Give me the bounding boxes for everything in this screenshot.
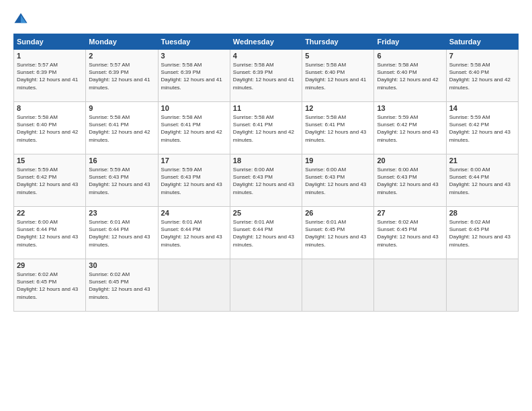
day-info: Sunrise: 6:00 AMSunset: 6:43 PMDaylight:… (377, 167, 438, 195)
logo (13, 12, 31, 27)
calendar-cell: 1 Sunrise: 5:57 AMSunset: 6:39 PMDayligh… (14, 50, 86, 102)
day-number: 7 (449, 52, 515, 60)
day-info: Sunrise: 6:00 AMSunset: 6:43 PMDaylight:… (233, 167, 294, 195)
day-info: Sunrise: 5:58 AMSunset: 6:39 PMDaylight:… (161, 62, 222, 91)
calendar-table: SundayMondayTuesdayWednesdayThursdayFrid… (13, 34, 519, 312)
calendar-cell: 25 Sunrise: 6:01 AMSunset: 6:44 PMDaylig… (230, 207, 302, 259)
day-number: 18 (233, 156, 299, 165)
day-number: 6 (377, 52, 443, 60)
calendar-cell (446, 259, 518, 312)
day-info: Sunrise: 6:01 AMSunset: 6:45 PMDaylight:… (305, 219, 366, 248)
calendar-cell: 19 Sunrise: 6:00 AMSunset: 6:43 PMDaylig… (302, 154, 374, 207)
calendar-cell: 6 Sunrise: 5:58 AMSunset: 6:40 PMDayligh… (374, 50, 446, 102)
day-number: 19 (305, 156, 371, 165)
day-number: 3 (161, 52, 227, 60)
day-info: Sunrise: 5:58 AMSunset: 6:41 PMDaylight:… (233, 114, 294, 143)
logo-icon (13, 12, 28, 27)
week-row-3: 15 Sunrise: 5:59 AMSunset: 6:42 PMDaylig… (14, 154, 519, 207)
day-number: 21 (449, 156, 515, 165)
calendar-cell: 3 Sunrise: 5:58 AMSunset: 6:39 PMDayligh… (158, 50, 230, 102)
day-number: 11 (233, 104, 299, 112)
day-info: Sunrise: 6:00 AMSunset: 6:44 PMDaylight:… (449, 167, 511, 195)
calendar-cell: 7 Sunrise: 5:58 AMSunset: 6:40 PMDayligh… (446, 50, 518, 102)
day-header-wednesday: Wednesday (230, 34, 302, 50)
calendar-cell: 27 Sunrise: 6:02 AMSunset: 6:45 PMDaylig… (374, 207, 446, 259)
day-number: 9 (89, 104, 154, 112)
calendar-cell: 24 Sunrise: 6:01 AMSunset: 6:44 PMDaylig… (158, 207, 230, 259)
week-row-2: 8 Sunrise: 5:58 AMSunset: 6:40 PMDayligh… (14, 102, 519, 154)
day-info: Sunrise: 6:01 AMSunset: 6:44 PMDaylight:… (233, 219, 294, 248)
calendar-cell: 22 Sunrise: 6:00 AMSunset: 6:44 PMDaylig… (14, 207, 86, 259)
day-header-thursday: Thursday (302, 34, 374, 50)
calendar-cell: 5 Sunrise: 5:58 AMSunset: 6:40 PMDayligh… (302, 50, 374, 102)
week-row-4: 22 Sunrise: 6:00 AMSunset: 6:44 PMDaylig… (14, 207, 519, 259)
day-info: Sunrise: 5:58 AMSunset: 6:40 PMDaylight:… (449, 62, 511, 91)
calendar-cell: 26 Sunrise: 6:01 AMSunset: 6:45 PMDaylig… (302, 207, 374, 259)
day-number: 27 (377, 209, 443, 217)
calendar-cell: 2 Sunrise: 5:57 AMSunset: 6:39 PMDayligh… (86, 50, 158, 102)
calendar-cell: 13 Sunrise: 5:59 AMSunset: 6:42 PMDaylig… (374, 102, 446, 154)
day-header-monday: Monday (86, 34, 158, 50)
calendar-cell (230, 259, 302, 312)
day-info: Sunrise: 6:02 AMSunset: 6:45 PMDaylight:… (449, 219, 511, 248)
day-info: Sunrise: 6:01 AMSunset: 6:44 PMDaylight:… (89, 219, 150, 248)
day-info: Sunrise: 5:58 AMSunset: 6:40 PMDaylight:… (17, 114, 78, 143)
calendar-cell: 23 Sunrise: 6:01 AMSunset: 6:44 PMDaylig… (86, 207, 158, 259)
day-number: 20 (377, 156, 443, 165)
day-header-friday: Friday (374, 34, 446, 50)
day-info: Sunrise: 5:58 AMSunset: 6:41 PMDaylight:… (305, 114, 366, 143)
calendar-cell: 14 Sunrise: 5:59 AMSunset: 6:42 PMDaylig… (446, 102, 518, 154)
day-info: Sunrise: 6:02 AMSunset: 6:45 PMDaylight:… (377, 219, 438, 248)
day-number: 10 (161, 104, 227, 112)
svg-marker-1 (21, 15, 26, 23)
day-info: Sunrise: 5:59 AMSunset: 6:42 PMDaylight:… (17, 167, 78, 195)
day-info: Sunrise: 5:58 AMSunset: 6:40 PMDaylight:… (377, 62, 438, 91)
day-number: 5 (305, 52, 371, 60)
day-info: Sunrise: 6:00 AMSunset: 6:43 PMDaylight:… (305, 167, 366, 195)
day-number: 28 (449, 209, 515, 217)
day-number: 8 (17, 104, 83, 112)
week-row-1: 1 Sunrise: 5:57 AMSunset: 6:39 PMDayligh… (14, 50, 519, 102)
header-row: SundayMondayTuesdayWednesdayThursdayFrid… (14, 34, 519, 50)
day-info: Sunrise: 6:02 AMSunset: 6:45 PMDaylight:… (89, 271, 150, 300)
day-info: Sunrise: 5:58 AMSunset: 6:39 PMDaylight:… (233, 62, 294, 91)
calendar-cell: 21 Sunrise: 6:00 AMSunset: 6:44 PMDaylig… (446, 154, 518, 207)
calendar-cell: 30 Sunrise: 6:02 AMSunset: 6:45 PMDaylig… (86, 259, 158, 312)
header (13, 12, 519, 27)
day-info: Sunrise: 5:57 AMSunset: 6:39 PMDaylight:… (17, 62, 78, 91)
calendar-cell: 20 Sunrise: 6:00 AMSunset: 6:43 PMDaylig… (374, 154, 446, 207)
calendar-cell: 11 Sunrise: 5:58 AMSunset: 6:41 PMDaylig… (230, 102, 302, 154)
day-info: Sunrise: 6:02 AMSunset: 6:45 PMDaylight:… (17, 271, 78, 300)
day-info: Sunrise: 5:58 AMSunset: 6:41 PMDaylight:… (161, 114, 222, 143)
day-info: Sunrise: 5:59 AMSunset: 6:43 PMDaylight:… (89, 167, 150, 195)
calendar-cell: 8 Sunrise: 5:58 AMSunset: 6:40 PMDayligh… (14, 102, 86, 154)
day-number: 23 (89, 209, 154, 217)
day-number: 14 (449, 104, 515, 112)
day-info: Sunrise: 5:58 AMSunset: 6:40 PMDaylight:… (305, 62, 366, 91)
day-info: Sunrise: 5:59 AMSunset: 6:42 PMDaylight:… (377, 114, 438, 143)
day-info: Sunrise: 5:57 AMSunset: 6:39 PMDaylight:… (89, 62, 150, 91)
day-number: 1 (17, 52, 83, 60)
calendar-cell (374, 259, 446, 312)
day-number: 17 (161, 156, 227, 165)
calendar-cell: 4 Sunrise: 5:58 AMSunset: 6:39 PMDayligh… (230, 50, 302, 102)
day-header-tuesday: Tuesday (158, 34, 230, 50)
day-number: 12 (305, 104, 371, 112)
day-info: Sunrise: 6:00 AMSunset: 6:44 PMDaylight:… (17, 219, 78, 248)
calendar-cell (302, 259, 374, 312)
day-number: 25 (233, 209, 299, 217)
day-number: 4 (233, 52, 299, 60)
calendar-cell: 17 Sunrise: 5:59 AMSunset: 6:43 PMDaylig… (158, 154, 230, 207)
day-header-sunday: Sunday (14, 34, 86, 50)
day-info: Sunrise: 5:59 AMSunset: 6:42 PMDaylight:… (449, 114, 511, 143)
calendar-cell: 18 Sunrise: 6:00 AMSunset: 6:43 PMDaylig… (230, 154, 302, 207)
day-info: Sunrise: 5:59 AMSunset: 6:43 PMDaylight:… (161, 167, 222, 195)
calendar-cell: 9 Sunrise: 5:58 AMSunset: 6:41 PMDayligh… (86, 102, 158, 154)
day-number: 22 (17, 209, 83, 217)
calendar-cell: 10 Sunrise: 5:58 AMSunset: 6:41 PMDaylig… (158, 102, 230, 154)
day-info: Sunrise: 6:01 AMSunset: 6:44 PMDaylight:… (161, 219, 222, 248)
day-number: 16 (89, 156, 154, 165)
calendar-cell: 15 Sunrise: 5:59 AMSunset: 6:42 PMDaylig… (14, 154, 86, 207)
calendar-cell: 28 Sunrise: 6:02 AMSunset: 6:45 PMDaylig… (446, 207, 518, 259)
day-number: 26 (305, 209, 371, 217)
